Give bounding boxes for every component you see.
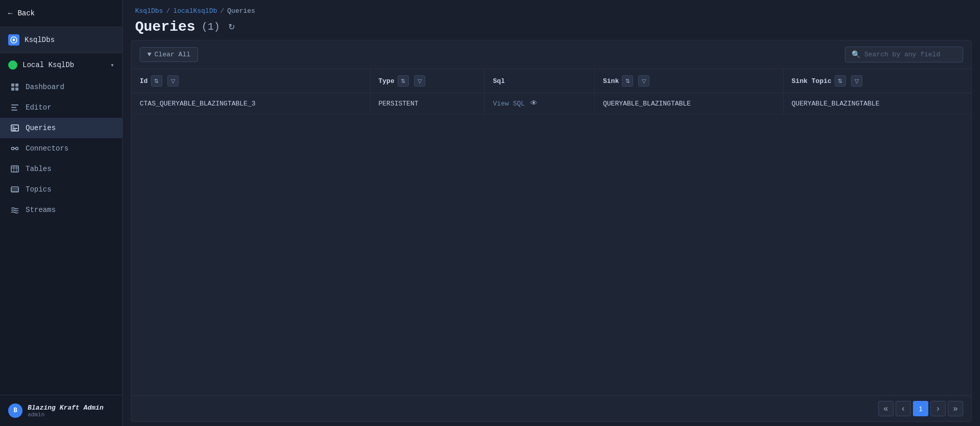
- filter-clear-icon: ▼: [147, 51, 151, 58]
- sidebar-item-label-queries: Queries: [26, 124, 56, 132]
- back-icon: ←: [8, 9, 12, 17]
- back-button[interactable]: ← Back: [0, 0, 122, 27]
- sort-sink-topic-button[interactable]: ⇅: [835, 75, 846, 87]
- svg-rect-6: [11, 107, 16, 108]
- sidebar: ← Back KsqlDbs Local KsqlDb ▾: [0, 0, 123, 426]
- svg-point-12: [12, 147, 14, 150]
- column-header-type: Type ⇅ ▽: [370, 69, 485, 93]
- filter-id-button[interactable]: ▽: [167, 75, 179, 87]
- env-label: Local KsqlDb: [23, 61, 105, 69]
- sidebar-item-topics[interactable]: Topics: [0, 179, 122, 200]
- search-box: 🔍: [845, 47, 963, 62]
- pagination-page-1-button[interactable]: 1: [913, 401, 928, 416]
- breadcrumb-ksqldbs[interactable]: KsqlDbs: [135, 7, 163, 15]
- pagination-next-label: ›: [937, 404, 939, 413]
- table-area: ▼ Clear All 🔍 Id ⇅ ▽: [131, 40, 972, 422]
- cell-type: PERSISTENT: [370, 93, 485, 114]
- search-input[interactable]: [864, 51, 956, 58]
- breadcrumb-localksqldb[interactable]: localKsqlDb: [173, 7, 217, 15]
- editor-icon: [10, 103, 19, 112]
- clear-all-button[interactable]: ▼ Clear All: [140, 47, 198, 62]
- sidebar-item-label-dashboard: Dashboard: [26, 83, 64, 91]
- chevron-down-icon: ▾: [111, 61, 114, 69]
- pagination: « ‹ 1 › »: [132, 395, 971, 421]
- pagination-first-label: «: [884, 404, 888, 413]
- cell-sql: View SQL 👁: [485, 93, 595, 114]
- queries-icon: [10, 123, 19, 133]
- dashboard-icon: [10, 82, 19, 92]
- svg-rect-11: [12, 130, 16, 131]
- sidebar-item-label-connectors: Connectors: [26, 144, 69, 153]
- streams-icon: [10, 205, 19, 215]
- sidebar-item-label-topics: Topics: [26, 185, 51, 194]
- pagination-last-button[interactable]: »: [948, 401, 963, 416]
- column-header-sink-topic: Sink Topic ⇅ ▽: [783, 69, 971, 93]
- clear-all-label: Clear All: [155, 51, 190, 58]
- view-sql-link[interactable]: View SQL: [493, 100, 525, 108]
- sidebar-item-editor[interactable]: Editor: [0, 97, 122, 118]
- avatar: B: [8, 403, 23, 418]
- back-label: Back: [17, 9, 35, 17]
- svg-rect-4: [15, 88, 18, 91]
- table-row: CTAS_QUERYABLE_BLAZINGTABLE_3 PERSISTENT…: [132, 93, 971, 114]
- filter-sink-button[interactable]: ▽: [638, 75, 649, 87]
- main-content: KsqlDbs / localKsqlDb / Queries Queries …: [123, 0, 980, 426]
- sidebar-item-label-editor: Editor: [26, 103, 51, 112]
- svg-rect-2: [15, 83, 18, 87]
- pagination-current-page: 1: [919, 405, 922, 413]
- sidebar-item-streams[interactable]: Streams: [0, 200, 122, 220]
- topics-icon: [10, 185, 19, 194]
- sidebar-item-dashboard[interactable]: Dashboard: [0, 77, 122, 97]
- sidebar-item-tables[interactable]: Tables: [0, 159, 122, 179]
- sidebar-ksqldb[interactable]: KsqlDbs: [0, 27, 122, 53]
- page-count: (1): [202, 21, 220, 33]
- table-body: CTAS_QUERYABLE_BLAZINGTABLE_3 PERSISTENT…: [132, 93, 971, 114]
- sidebar-item-label-streams: Streams: [26, 206, 56, 214]
- tables-icon: [10, 164, 19, 174]
- svg-rect-1: [11, 83, 14, 87]
- pagination-prev-button[interactable]: ‹: [896, 401, 911, 416]
- svg-rect-10: [12, 128, 17, 129]
- filter-type-button[interactable]: ▽: [414, 75, 425, 87]
- sidebar-item-label-tables: Tables: [26, 165, 51, 173]
- data-table: Id ⇅ ▽ Type ⇅ ▽: [132, 69, 971, 395]
- main-header: KsqlDbs / localKsqlDb / Queries Queries …: [123, 0, 980, 40]
- ksqldb-icon: [8, 34, 19, 46]
- svg-rect-15: [11, 166, 18, 172]
- table-toolbar: ▼ Clear All 🔍: [132, 40, 971, 69]
- sort-type-button[interactable]: ⇅: [398, 75, 409, 87]
- pagination-last-label: »: [953, 404, 958, 413]
- sort-id-button[interactable]: ⇅: [151, 75, 162, 87]
- svg-point-13: [16, 147, 18, 150]
- column-header-id: Id ⇅ ▽: [132, 69, 370, 93]
- refresh-button[interactable]: ↻: [226, 20, 237, 34]
- connectors-icon: [10, 144, 19, 153]
- svg-rect-7: [11, 110, 17, 111]
- breadcrumb: KsqlDbs / localKsqlDb / Queries: [135, 7, 968, 15]
- breadcrumb-sep-1: /: [166, 7, 170, 15]
- svg-rect-9: [12, 126, 14, 127]
- sort-sink-button[interactable]: ⇅: [622, 75, 633, 87]
- breadcrumb-sep-2: /: [220, 7, 224, 15]
- env-status-dot: [8, 60, 17, 70]
- sidebar-item-queries[interactable]: Queries: [0, 118, 122, 138]
- ksqldb-label: KsqlDbs: [25, 36, 55, 44]
- search-icon: 🔍: [852, 50, 860, 59]
- column-header-sql: Sql: [485, 69, 595, 93]
- sidebar-nav: Dashboard Editor Queries: [0, 75, 122, 395]
- eye-icon[interactable]: 👁: [530, 99, 537, 108]
- svg-rect-5: [11, 104, 18, 105]
- pagination-next-button[interactable]: ›: [930, 401, 946, 416]
- breadcrumb-queries: Queries: [227, 7, 255, 15]
- filter-sink-topic-button[interactable]: ▽: [851, 75, 862, 87]
- column-header-sink: Sink ⇅ ▽: [595, 69, 783, 93]
- svg-rect-3: [11, 88, 14, 91]
- pagination-first-button[interactable]: «: [878, 401, 894, 416]
- user-name: Blazing Kraft Admin: [28, 404, 114, 412]
- cell-sink-topic: QUERYABLE_BLAZINGTABLE: [783, 93, 971, 114]
- footer-info: Blazing Kraft Admin admin: [28, 404, 114, 418]
- env-selector[interactable]: Local KsqlDb ▾: [0, 53, 122, 75]
- user-role: admin: [28, 412, 114, 418]
- sidebar-footer: B Blazing Kraft Admin admin: [0, 395, 122, 426]
- sidebar-item-connectors[interactable]: Connectors: [0, 138, 122, 159]
